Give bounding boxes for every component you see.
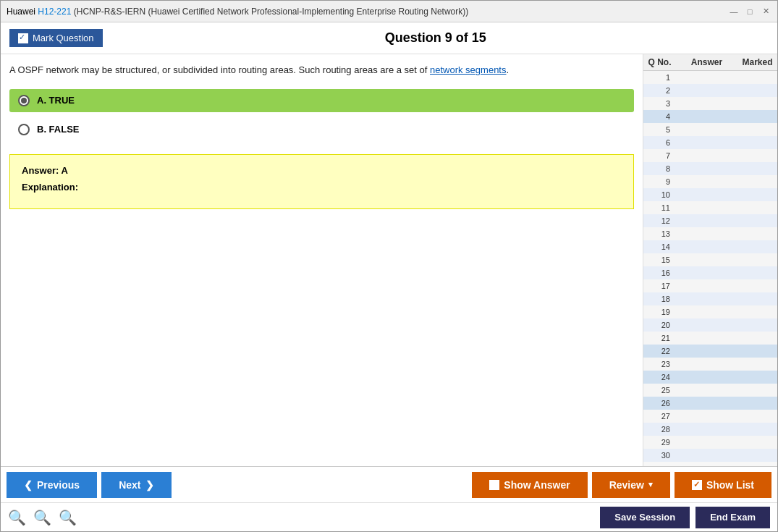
table-row[interactable]: 12 bbox=[643, 214, 777, 227]
q-number: 29 bbox=[643, 438, 676, 447]
table-row[interactable]: 5 bbox=[643, 123, 777, 136]
titlebar: Huawei H12-221 (HCNP-R&S-IERN (Huawei Ce… bbox=[1, 1, 777, 22]
next-button[interactable]: Next ❯ bbox=[101, 472, 171, 498]
q-number: 11 bbox=[643, 203, 676, 212]
review-arrow-icon: ▾ bbox=[648, 480, 653, 489]
save-session-button[interactable]: Save Session bbox=[600, 507, 690, 528]
q-number: 4 bbox=[643, 112, 676, 121]
q-number: 3 bbox=[643, 99, 676, 108]
question-text-part1: A OSPF network may be structured, or sub… bbox=[9, 64, 430, 75]
show-list-label: Show List bbox=[706, 479, 754, 491]
option-a-label: A. TRUE bbox=[37, 95, 75, 106]
table-row[interactable]: 24 bbox=[643, 371, 777, 384]
title-desc: (HCNP-R&S-IERN (Huawei Certified Network… bbox=[71, 7, 468, 17]
review-button[interactable]: Review ▾ bbox=[592, 472, 670, 498]
table-row[interactable]: 9 bbox=[643, 175, 777, 188]
next-arrow-icon: ❯ bbox=[145, 479, 154, 491]
show-list-button[interactable]: ✓ Show List bbox=[675, 472, 771, 498]
mark-question-button[interactable]: Mark Question bbox=[9, 29, 103, 47]
q-number: 21 bbox=[643, 334, 676, 342]
table-row[interactable]: 22 bbox=[643, 345, 777, 358]
table-row[interactable]: 13 bbox=[643, 227, 777, 240]
window-controls: — □ ✕ bbox=[728, 6, 771, 17]
q-number: 30 bbox=[643, 451, 676, 460]
zoom-normal-button[interactable]: 🔍 bbox=[33, 509, 51, 526]
minimize-button[interactable]: — bbox=[728, 6, 740, 17]
q-number: 14 bbox=[643, 242, 676, 251]
question-list[interactable]: 1 2 3 4 5 6 7 8 9 10 11 bbox=[643, 71, 777, 466]
close-button[interactable]: ✕ bbox=[760, 6, 771, 17]
table-row[interactable]: 19 bbox=[643, 305, 777, 318]
title-code: H12-221 bbox=[38, 7, 71, 17]
content-area: A OSPF network may be structured, or sub… bbox=[1, 54, 777, 466]
q-number: 7 bbox=[643, 151, 676, 160]
show-answer-button[interactable]: Show Answer bbox=[472, 472, 587, 498]
table-row[interactable]: 30 bbox=[643, 449, 777, 462]
end-exam-button[interactable]: End Exam bbox=[695, 507, 770, 528]
q-number: 5 bbox=[643, 125, 676, 134]
option-b-radio bbox=[18, 124, 30, 135]
table-row[interactable]: 18 bbox=[643, 292, 777, 305]
table-row[interactable]: 3 bbox=[643, 97, 777, 110]
show-list-checkbox-icon: ✓ bbox=[692, 480, 702, 490]
header-marked: Marked bbox=[737, 57, 777, 67]
table-row[interactable]: 21 bbox=[643, 332, 777, 345]
bottom-nav: ❮ Previous Next ❯ Show Answer Review ▾ ✓… bbox=[1, 466, 777, 502]
table-row[interactable]: 28 bbox=[643, 423, 777, 436]
table-row[interactable]: 27 bbox=[643, 410, 777, 423]
maximize-button[interactable]: □ bbox=[744, 6, 756, 17]
zoom-out-button[interactable]: 🔍 bbox=[59, 509, 77, 526]
table-row[interactable]: 2 bbox=[643, 84, 777, 97]
right-panel-header: Q No. Answer Marked bbox=[643, 54, 777, 71]
table-row[interactable]: 16 bbox=[643, 266, 777, 279]
table-row[interactable]: 7 bbox=[643, 149, 777, 162]
window-title: Huawei H12-221 (HCNP-R&S-IERN (Huawei Ce… bbox=[7, 7, 468, 17]
table-row[interactable]: 15 bbox=[643, 253, 777, 266]
mark-question-label: Mark Question bbox=[33, 33, 94, 43]
bottom-extra: 🔍 🔍 🔍 Save Session End Exam bbox=[1, 502, 777, 531]
table-row[interactable]: 1 bbox=[643, 71, 777, 84]
table-row[interactable]: 4 bbox=[643, 110, 777, 123]
table-row[interactable]: 20 bbox=[643, 318, 777, 332]
title-brand: Huawei bbox=[7, 7, 38, 17]
table-row[interactable]: 17 bbox=[643, 279, 777, 292]
option-a[interactable]: A. TRUE bbox=[9, 89, 634, 112]
table-row[interactable]: 10 bbox=[643, 188, 777, 201]
header-answer: Answer bbox=[676, 57, 737, 67]
q-number: 10 bbox=[643, 190, 676, 199]
show-answer-checkbox-icon bbox=[489, 480, 499, 490]
previous-label: Previous bbox=[37, 479, 80, 491]
q-number: 16 bbox=[643, 269, 676, 277]
question-title: Question 9 of 15 bbox=[103, 30, 769, 46]
option-b-label: B. FALSE bbox=[37, 124, 80, 135]
q-number: 1 bbox=[643, 73, 676, 82]
option-a-radio bbox=[18, 95, 30, 106]
review-label: Review bbox=[609, 479, 644, 491]
q-number: 27 bbox=[643, 412, 676, 421]
table-row[interactable]: 25 bbox=[643, 384, 777, 397]
q-number: 26 bbox=[643, 399, 676, 408]
q-number: 19 bbox=[643, 308, 676, 316]
q-number: 17 bbox=[643, 282, 676, 290]
table-row[interactable]: 11 bbox=[643, 201, 777, 214]
header-qno: Q No. bbox=[643, 57, 676, 67]
previous-button[interactable]: ❮ Previous bbox=[7, 472, 97, 498]
q-number: 23 bbox=[643, 360, 676, 368]
session-end-controls: Save Session End Exam bbox=[600, 507, 770, 528]
q-number: 8 bbox=[643, 164, 676, 173]
q-number: 24 bbox=[643, 373, 676, 381]
table-row[interactable]: 26 bbox=[643, 397, 777, 410]
table-row[interactable]: 6 bbox=[643, 136, 777, 149]
explanation-line: Explanation: bbox=[22, 182, 622, 193]
q-number: 28 bbox=[643, 425, 676, 434]
table-row[interactable]: 29 bbox=[643, 436, 777, 449]
question-text: A OSPF network may be structured, or sub… bbox=[9, 63, 634, 77]
table-row[interactable]: 14 bbox=[643, 240, 777, 253]
table-row[interactable]: 23 bbox=[643, 358, 777, 371]
table-row[interactable]: 8 bbox=[643, 162, 777, 175]
end-exam-label: End Exam bbox=[710, 512, 756, 523]
q-number: 22 bbox=[643, 347, 676, 355]
show-answer-label: Show Answer bbox=[504, 479, 570, 491]
option-b[interactable]: B. FALSE bbox=[9, 118, 634, 141]
zoom-in-button[interactable]: 🔍 bbox=[8, 509, 26, 526]
